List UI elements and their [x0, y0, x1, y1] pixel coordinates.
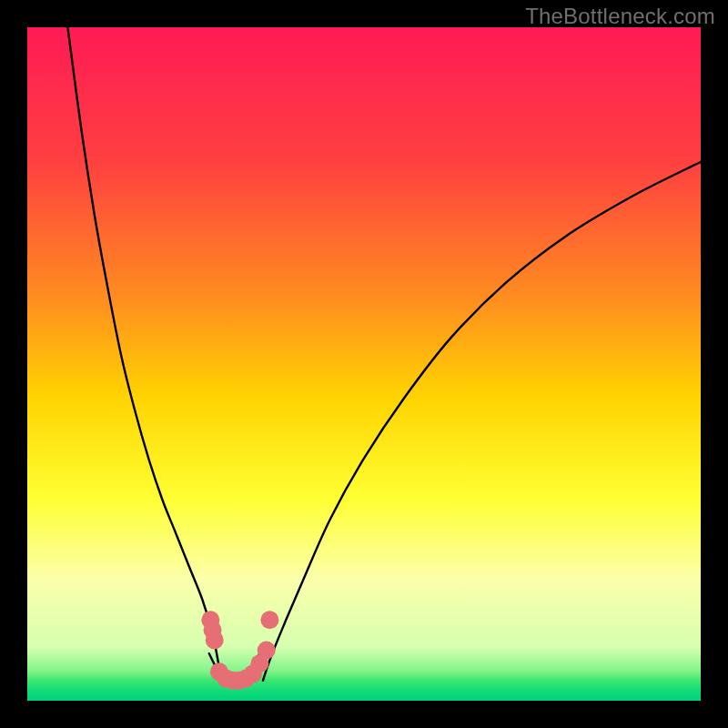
chart-frame: { "watermark": "TheBottleneck.com", "cha… — [0, 0, 728, 728]
watermark-text: TheBottleneck.com — [525, 4, 715, 29]
plot-background — [27, 27, 701, 701]
chart-svg — [27, 27, 701, 701]
valley-marker — [206, 631, 224, 649]
valley-marker — [260, 611, 278, 629]
valley-marker — [258, 642, 276, 660]
